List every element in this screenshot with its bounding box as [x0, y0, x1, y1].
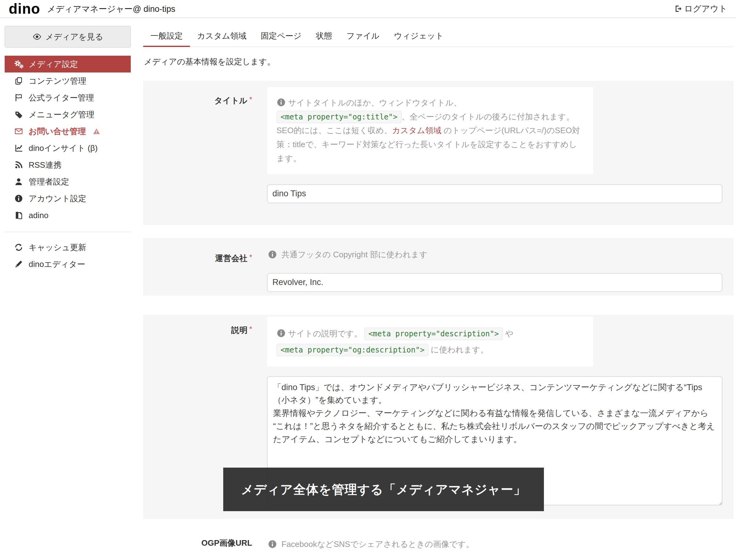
- eye-icon: [32, 34, 42, 40]
- description-help-text: サイトの説明です。: [288, 329, 362, 338]
- required-asterisk: *: [249, 325, 252, 333]
- page-intro: メディアの基本情報を設定します。: [144, 56, 734, 67]
- warning-icon: [92, 127, 101, 135]
- info-icon: [268, 539, 277, 549]
- sidebar-item-cache-refresh[interactable]: キャッシュ更新: [5, 239, 131, 256]
- sidebar-item-account-settings[interactable]: アカウント設定: [5, 190, 131, 207]
- chart-line-icon: [13, 143, 24, 153]
- envelope-icon: [13, 127, 24, 136]
- company-help-text: 共通フッタの Copyright 部に使われます: [281, 249, 428, 260]
- dino-logo: dino: [9, 2, 40, 16]
- ogp-help-text: FacebookなどSNSでシェアされるときの画像です。: [281, 539, 474, 550]
- sidebar-item-adino[interactable]: adino: [5, 207, 131, 224]
- sidebar-item-label: メニュータグ管理: [29, 109, 94, 120]
- title-help-text: サイトタイトルのほか、ウィンドウタイトル、: [288, 98, 462, 107]
- sidebar-item-official-writers[interactable]: 公式ライター管理: [5, 89, 131, 106]
- company-label: 運営会社: [215, 254, 247, 263]
- section-ogp: OGP画像URL FacebookなどSNSでシェアされるときの画像です。: [143, 533, 734, 550]
- logout-button[interactable]: ログアウト: [674, 3, 727, 14]
- sidebar: メディアを見る メディア設定 コンテンツ管理 公式ライター管理 メニュータグ管理: [5, 18, 131, 273]
- sidebar-item-media-settings[interactable]: メディア設定: [5, 56, 131, 72]
- file-icon: [13, 211, 24, 220]
- sidebar-item-dino-insight[interactable]: dinoインサイト (β): [5, 140, 131, 156]
- sign-out-icon: [674, 5, 682, 13]
- meta-og-title-code: <meta property="og:title">: [276, 111, 402, 123]
- info-icon: [276, 98, 286, 107]
- rss-icon: [13, 160, 24, 170]
- view-media-label: メディアを見る: [45, 31, 103, 42]
- sidebar-item-label: 公式ライター管理: [29, 92, 94, 103]
- sidebar-footer-menu: キャッシュ更新 dinoエディター: [5, 239, 131, 273]
- tab-files[interactable]: ファイル: [339, 27, 387, 47]
- ogp-label-col: OGP画像URL: [143, 533, 252, 550]
- sidebar-divider: [5, 232, 131, 232]
- logout-label: ログアウト: [684, 3, 727, 14]
- description-label: 説明: [231, 325, 247, 335]
- sidebar-item-dino-editor[interactable]: dinoエディター: [5, 256, 131, 273]
- caption-banner: メディア全体を管理する「メディアマネジャー」: [223, 468, 544, 511]
- sidebar-item-rss[interactable]: RSS連携: [5, 156, 131, 173]
- sidebar-item-menu-tags[interactable]: メニュータグ管理: [5, 106, 131, 123]
- required-asterisk: *: [249, 253, 252, 261]
- caption-banner-text: メディア全体を管理する「メディアマネジャー」: [241, 481, 526, 498]
- tag-icon: [13, 110, 24, 119]
- tab-status[interactable]: 状態: [309, 27, 339, 47]
- description-help-box: サイトの説明です。 <meta property="description"> …: [267, 317, 593, 366]
- title-help-text: 、全ページのタイトルの後ろに付加されます。: [402, 112, 574, 121]
- sidebar-menu: メディア設定 コンテンツ管理 公式ライター管理 メニュータグ管理 お問い合せ管理: [5, 56, 131, 224]
- company-help-line: 共通フッタの Copyright 部に使われます: [267, 245, 724, 261]
- top-bar: dino メディアマネージャー@ dino-tips ログアウト: [0, 0, 736, 18]
- info-icon: [276, 329, 286, 338]
- pencil-icon: [13, 259, 24, 269]
- title-help-text: SEO的には、ここは短く収め、: [276, 126, 392, 135]
- sidebar-item-label: adino: [29, 211, 49, 220]
- sidebar-item-label: RSS連携: [29, 160, 61, 170]
- tab-custom-area[interactable]: カスタム領域: [190, 27, 253, 47]
- custom-area-link[interactable]: カスタム領域: [392, 126, 441, 135]
- sidebar-item-admin-settings[interactable]: 管理者設定: [5, 173, 131, 190]
- tab-bar: 一般設定 カスタム領域 固定ページ 状態 ファイル ウィジェット: [143, 18, 734, 47]
- sidebar-item-label: コンテンツ管理: [29, 76, 86, 86]
- sidebar-item-label: アカウント設定: [29, 193, 86, 204]
- sync-icon: [13, 243, 24, 252]
- view-media-button[interactable]: メディアを見る: [5, 26, 131, 48]
- sidebar-item-label: お問い合せ管理: [29, 126, 86, 137]
- user-icon: [13, 177, 24, 186]
- meta-description-code: <meta property="description">: [364, 328, 503, 340]
- section-company: 運営会社* 共通フッタの Copyright 部に使われます: [143, 238, 734, 296]
- tab-widgets[interactable]: ウィジェット: [387, 27, 451, 47]
- title-label: タイトル: [214, 96, 247, 105]
- ogp-label: OGP画像URL: [201, 538, 252, 548]
- app-title: メディアマネージャー@ dino-tips: [47, 3, 175, 15]
- sidebar-item-label: dinoインサイト (β): [29, 143, 98, 154]
- info-icon: [268, 250, 277, 259]
- sidebar-item-label: キャッシュ更新: [29, 242, 86, 253]
- sidebar-item-inquiries[interactable]: お問い合せ管理: [5, 123, 131, 140]
- sidebar-item-label: 管理者設定: [29, 176, 69, 187]
- description-help-text: や: [503, 329, 513, 338]
- copy-icon: [13, 76, 24, 86]
- description-help-text: に使われます。: [429, 345, 488, 354]
- info-circle-icon: [13, 194, 24, 203]
- title-label-col: タイトル*: [143, 87, 252, 203]
- company-input[interactable]: [267, 273, 722, 292]
- tab-general-settings[interactable]: 一般設定: [143, 27, 190, 47]
- sidebar-item-label: メディア設定: [29, 59, 78, 70]
- sidebar-item-content-management[interactable]: コンテンツ管理: [5, 72, 131, 89]
- gears-icon: [13, 59, 24, 69]
- company-label-col: 運営会社*: [143, 245, 252, 292]
- required-asterisk: *: [249, 95, 252, 104]
- ogp-help-line: FacebookなどSNSでシェアされるときの画像です。: [267, 533, 724, 550]
- tab-fixed-pages[interactable]: 固定ページ: [253, 27, 308, 47]
- meta-og-description-code: <meta property="og:description">: [276, 344, 429, 356]
- section-title: タイトル* サイトタイトルのほか、ウィンドウタイトル、 <meta proper…: [143, 81, 734, 225]
- title-input[interactable]: [267, 184, 722, 203]
- flag-icon: [13, 93, 24, 102]
- title-help-box: サイトタイトルのほか、ウィンドウタイトル、 <meta property="og…: [267, 87, 593, 174]
- sidebar-item-label: dinoエディター: [29, 259, 85, 270]
